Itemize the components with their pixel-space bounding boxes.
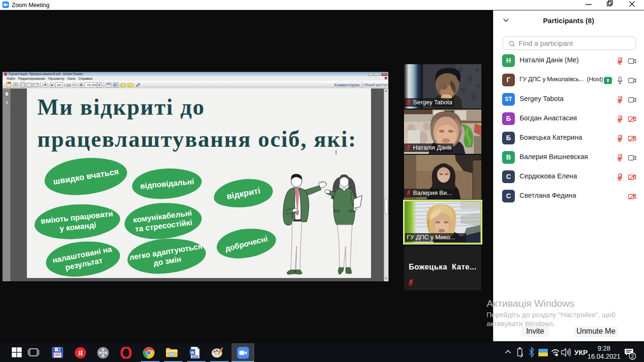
svg-text:2: 2 — [631, 353, 634, 360]
svg-text:W: W — [190, 350, 195, 355]
svg-text:/ 12: / 12 — [64, 83, 71, 87]
svg-text:70,3%: 70,3% — [87, 83, 97, 87]
svg-text:20: 20 — [57, 83, 61, 87]
svg-text:Я: Я — [78, 350, 83, 357]
